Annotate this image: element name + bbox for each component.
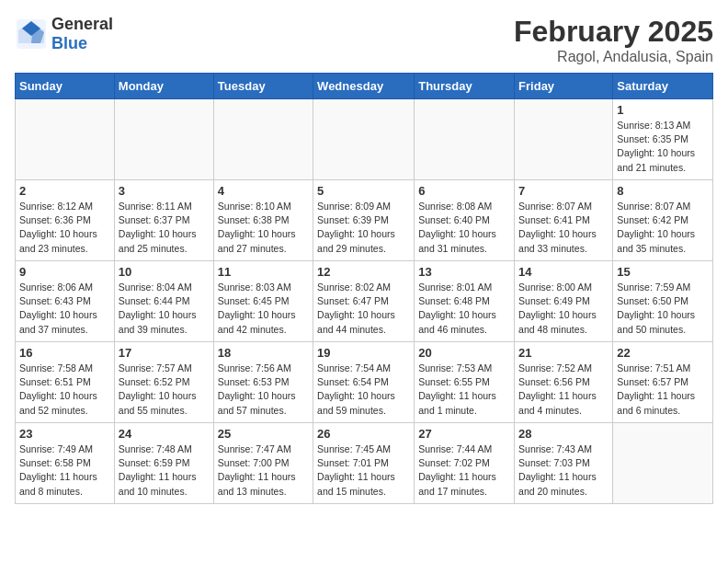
day-info: Sunrise: 8:07 AM Sunset: 6:42 PM Dayligh… <box>617 200 709 256</box>
calendar-cell: 6Sunrise: 8:08 AM Sunset: 6:40 PM Daylig… <box>415 180 515 261</box>
day-info: Sunrise: 7:57 AM Sunset: 6:52 PM Dayligh… <box>119 362 210 418</box>
calendar-week-row: 1Sunrise: 8:13 AM Sunset: 6:35 PM Daylig… <box>16 99 713 180</box>
day-info: Sunrise: 7:52 AM Sunset: 6:56 PM Dayligh… <box>518 362 609 418</box>
day-number: 20 <box>418 346 510 360</box>
day-info: Sunrise: 7:54 AM Sunset: 6:54 PM Dayligh… <box>317 362 410 418</box>
day-number: 10 <box>119 265 210 279</box>
calendar-cell: 21Sunrise: 7:52 AM Sunset: 6:56 PM Dayli… <box>515 342 613 423</box>
calendar-cell: 15Sunrise: 7:59 AM Sunset: 6:50 PM Dayli… <box>613 261 713 342</box>
day-number: 11 <box>218 265 309 279</box>
day-number: 7 <box>518 184 609 198</box>
calendar-week-row: 16Sunrise: 7:58 AM Sunset: 6:51 PM Dayli… <box>16 342 713 423</box>
day-number: 27 <box>418 427 510 441</box>
day-info: Sunrise: 8:04 AM Sunset: 6:44 PM Dayligh… <box>119 281 210 337</box>
calendar-cell: 23Sunrise: 7:49 AM Sunset: 6:58 PM Dayli… <box>16 423 115 504</box>
calendar-cell: 9Sunrise: 8:06 AM Sunset: 6:43 PM Daylig… <box>16 261 115 342</box>
day-info: Sunrise: 7:51 AM Sunset: 6:57 PM Dayligh… <box>617 362 709 418</box>
day-info: Sunrise: 8:06 AM Sunset: 6:43 PM Dayligh… <box>19 281 110 337</box>
day-header-wednesday: Wednesday <box>313 74 415 99</box>
calendar-cell: 10Sunrise: 8:04 AM Sunset: 6:44 PM Dayli… <box>114 261 213 342</box>
day-info: Sunrise: 8:12 AM Sunset: 6:36 PM Dayligh… <box>19 200 110 256</box>
day-number: 28 <box>518 427 609 441</box>
title-area: February 2025 Ragol, Andalusia, Spain <box>514 15 713 65</box>
day-number: 8 <box>617 184 709 198</box>
day-number: 9 <box>19 265 110 279</box>
day-number: 18 <box>218 346 309 360</box>
calendar-cell <box>114 99 213 180</box>
calendar-cell: 1Sunrise: 8:13 AM Sunset: 6:35 PM Daylig… <box>613 99 713 180</box>
day-info: Sunrise: 7:48 AM Sunset: 6:59 PM Dayligh… <box>119 442 210 499</box>
day-number: 12 <box>317 265 410 279</box>
day-number: 19 <box>317 346 410 360</box>
day-number: 26 <box>317 427 410 441</box>
day-info: Sunrise: 7:43 AM Sunset: 7:03 PM Dayligh… <box>518 442 609 499</box>
day-number: 15 <box>617 265 709 279</box>
calendar-cell: 16Sunrise: 7:58 AM Sunset: 6:51 PM Dayli… <box>16 342 115 423</box>
calendar-cell: 22Sunrise: 7:51 AM Sunset: 6:57 PM Dayli… <box>613 342 713 423</box>
calendar-cell: 12Sunrise: 8:02 AM Sunset: 6:47 PM Dayli… <box>313 261 415 342</box>
calendar-cell <box>415 99 515 180</box>
calendar-week-row: 23Sunrise: 7:49 AM Sunset: 6:58 PM Dayli… <box>16 423 713 504</box>
day-header-sunday: Sunday <box>16 74 115 99</box>
day-info: Sunrise: 7:53 AM Sunset: 6:55 PM Dayligh… <box>418 362 510 418</box>
day-number: 5 <box>317 184 410 198</box>
day-number: 4 <box>218 184 309 198</box>
day-info: Sunrise: 7:47 AM Sunset: 7:00 PM Dayligh… <box>218 442 309 499</box>
calendar-header-row: SundayMondayTuesdayWednesdayThursdayFrid… <box>16 74 713 99</box>
day-info: Sunrise: 8:09 AM Sunset: 6:39 PM Dayligh… <box>317 200 410 256</box>
day-header-thursday: Thursday <box>415 74 515 99</box>
calendar-cell: 25Sunrise: 7:47 AM Sunset: 7:00 PM Dayli… <box>213 423 313 504</box>
logo-text: General Blue <box>51 15 113 53</box>
day-number: 14 <box>518 265 609 279</box>
day-info: Sunrise: 8:00 AM Sunset: 6:49 PM Dayligh… <box>518 281 609 337</box>
calendar-week-row: 9Sunrise: 8:06 AM Sunset: 6:43 PM Daylig… <box>16 261 713 342</box>
calendar-cell: 27Sunrise: 7:44 AM Sunset: 7:02 PM Dayli… <box>415 423 515 504</box>
day-number: 2 <box>19 184 110 198</box>
calendar-cell: 17Sunrise: 7:57 AM Sunset: 6:52 PM Dayli… <box>114 342 213 423</box>
day-number: 21 <box>518 346 609 360</box>
day-number: 6 <box>418 184 510 198</box>
day-info: Sunrise: 7:56 AM Sunset: 6:53 PM Dayligh… <box>218 362 309 418</box>
day-number: 17 <box>119 346 210 360</box>
day-info: Sunrise: 7:58 AM Sunset: 6:51 PM Dayligh… <box>19 362 110 418</box>
calendar-cell: 14Sunrise: 8:00 AM Sunset: 6:49 PM Dayli… <box>515 261 613 342</box>
calendar-table: SundayMondayTuesdayWednesdayThursdayFrid… <box>15 73 713 504</box>
calendar-cell <box>213 99 313 180</box>
calendar-cell: 7Sunrise: 8:07 AM Sunset: 6:41 PM Daylig… <box>515 180 613 261</box>
calendar-cell: 20Sunrise: 7:53 AM Sunset: 6:55 PM Dayli… <box>415 342 515 423</box>
day-info: Sunrise: 8:03 AM Sunset: 6:45 PM Dayligh… <box>218 281 309 337</box>
day-number: 13 <box>418 265 510 279</box>
day-header-saturday: Saturday <box>613 74 713 99</box>
calendar-cell: 5Sunrise: 8:09 AM Sunset: 6:39 PM Daylig… <box>313 180 415 261</box>
day-info: Sunrise: 7:44 AM Sunset: 7:02 PM Dayligh… <box>418 442 510 499</box>
calendar-cell: 2Sunrise: 8:12 AM Sunset: 6:36 PM Daylig… <box>16 180 115 261</box>
calendar-week-row: 2Sunrise: 8:12 AM Sunset: 6:36 PM Daylig… <box>16 180 713 261</box>
calendar-cell: 26Sunrise: 7:45 AM Sunset: 7:01 PM Dayli… <box>313 423 415 504</box>
day-number: 1 <box>617 103 709 117</box>
calendar-cell: 19Sunrise: 7:54 AM Sunset: 6:54 PM Dayli… <box>313 342 415 423</box>
day-number: 25 <box>218 427 309 441</box>
calendar-subtitle: Ragol, Andalusia, Spain <box>514 49 713 65</box>
calendar-cell: 4Sunrise: 8:10 AM Sunset: 6:38 PM Daylig… <box>213 180 313 261</box>
logo: General Blue <box>15 15 113 53</box>
calendar-cell: 11Sunrise: 8:03 AM Sunset: 6:45 PM Dayli… <box>213 261 313 342</box>
day-number: 16 <box>19 346 110 360</box>
day-info: Sunrise: 7:45 AM Sunset: 7:01 PM Dayligh… <box>317 442 410 499</box>
calendar-cell <box>613 423 713 504</box>
calendar-body: 1Sunrise: 8:13 AM Sunset: 6:35 PM Daylig… <box>16 99 713 504</box>
day-number: 24 <box>119 427 210 441</box>
day-info: Sunrise: 8:08 AM Sunset: 6:40 PM Dayligh… <box>418 200 510 256</box>
logo-icon <box>15 17 48 51</box>
calendar-cell <box>16 99 115 180</box>
day-header-friday: Friday <box>515 74 613 99</box>
day-info: Sunrise: 7:59 AM Sunset: 6:50 PM Dayligh… <box>617 281 709 337</box>
calendar-cell: 3Sunrise: 8:11 AM Sunset: 6:37 PM Daylig… <box>114 180 213 261</box>
day-info: Sunrise: 8:13 AM Sunset: 6:35 PM Dayligh… <box>617 119 709 175</box>
day-header-monday: Monday <box>114 74 213 99</box>
day-info: Sunrise: 8:11 AM Sunset: 6:37 PM Dayligh… <box>119 200 210 256</box>
day-info: Sunrise: 8:10 AM Sunset: 6:38 PM Dayligh… <box>218 200 309 256</box>
day-number: 3 <box>119 184 210 198</box>
day-number: 23 <box>19 427 110 441</box>
calendar-title: February 2025 <box>514 15 713 49</box>
calendar-header: General Blue February 2025 Ragol, Andalu… <box>15 15 713 65</box>
